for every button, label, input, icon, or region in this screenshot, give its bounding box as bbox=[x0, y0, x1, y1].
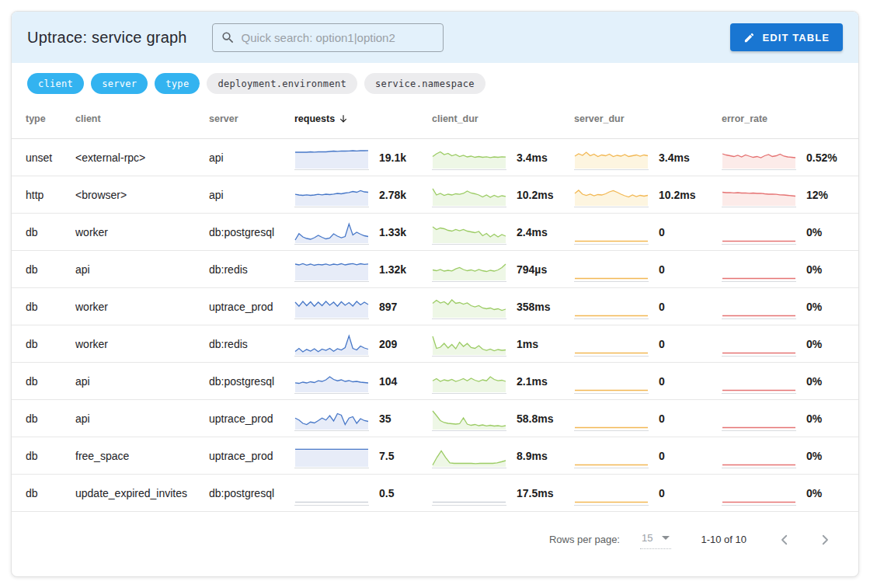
server-dur-sparkline bbox=[574, 220, 649, 245]
requests-value: 19.1k bbox=[379, 151, 406, 164]
server-dur-sparkline bbox=[574, 183, 649, 207]
cell-server: uptrace_prod bbox=[209, 301, 294, 313]
column-header-server[interactable]: server bbox=[209, 113, 294, 124]
cell-server-dur: 0 bbox=[574, 444, 722, 468]
server-dur-value: 0 bbox=[659, 487, 665, 499]
requests-sparkline bbox=[294, 145, 369, 170]
table-row[interactable]: dbworkerdb:redis2091ms00% bbox=[12, 325, 858, 363]
column-header-requests[interactable]: requests bbox=[294, 113, 432, 124]
cell-type: db bbox=[26, 450, 75, 462]
requests-sparkline bbox=[294, 369, 369, 394]
cell-error-rate: 0% bbox=[722, 332, 844, 357]
quick-search-box bbox=[212, 23, 444, 52]
cell-server: db:redis bbox=[209, 263, 294, 276]
table-row[interactable]: dbupdate_expired_invitesdb:postgresql0.5… bbox=[12, 475, 858, 512]
table-row[interactable]: dbapiuptrace_prod3558.8ms00% bbox=[12, 400, 858, 437]
cell-server-dur: 0 bbox=[574, 369, 722, 394]
table-row[interactable]: dbapidb:redis1.32k794µs00% bbox=[12, 251, 858, 288]
server-dur-sparkline bbox=[574, 444, 649, 468]
client-dur-value: 17.5ms bbox=[517, 487, 553, 499]
cell-error-rate: 0% bbox=[722, 369, 844, 394]
cell-server: api bbox=[209, 189, 294, 201]
dropdown-caret-icon bbox=[662, 536, 670, 540]
cell-error-rate: 0% bbox=[722, 294, 844, 319]
table-row[interactable]: dbapidb:postgresql1042.1ms00% bbox=[12, 363, 858, 400]
cell-requests: 7.5 bbox=[294, 444, 432, 468]
cell-client-dur: 10.2ms bbox=[432, 183, 574, 207]
cell-requests: 35 bbox=[294, 406, 432, 431]
chip-deployment-environment[interactable]: deployment.environment bbox=[207, 73, 357, 94]
cell-server: uptrace_prod bbox=[209, 450, 294, 462]
column-header-server-dur[interactable]: server_dur bbox=[574, 113, 722, 124]
server-dur-value: 0 bbox=[659, 412, 665, 425]
requests-value: 0.5 bbox=[379, 487, 394, 499]
quick-search-input[interactable] bbox=[242, 31, 435, 44]
cell-requests: 104 bbox=[294, 369, 432, 394]
cell-error-rate: 0% bbox=[722, 220, 844, 245]
cell-error-rate: 0% bbox=[722, 481, 844, 506]
cell-client-dur: 2.4ms bbox=[432, 220, 574, 245]
chip-client[interactable]: client bbox=[27, 73, 84, 94]
column-header-client[interactable]: client bbox=[75, 113, 209, 124]
chip-server[interactable]: server bbox=[91, 73, 148, 94]
rows-per-page-select[interactable]: 15 bbox=[640, 531, 671, 549]
table-row[interactable]: dbfree_spaceuptrace_prod7.58.9ms00% bbox=[12, 437, 858, 475]
error-rate-value: 0.52% bbox=[806, 151, 837, 164]
requests-value: 2.78k bbox=[379, 189, 406, 201]
cell-requests: 2.78k bbox=[294, 183, 432, 207]
client-dur-sparkline bbox=[432, 294, 506, 319]
cell-type: http bbox=[26, 189, 75, 201]
rows-per-page-label: Rows per page: bbox=[549, 534, 620, 545]
cell-client-dur: 3.4ms bbox=[432, 145, 574, 170]
chip-service-namespace[interactable]: service.namespace bbox=[364, 73, 485, 94]
column-header-type[interactable]: type bbox=[26, 113, 75, 124]
search-icon bbox=[221, 30, 235, 45]
column-header-client-dur[interactable]: client_dur bbox=[432, 113, 574, 124]
cell-error-rate: 12% bbox=[722, 183, 844, 207]
requests-value: 35 bbox=[379, 412, 392, 425]
cell-server-dur: 3.4ms bbox=[574, 145, 722, 170]
cell-client: api bbox=[75, 263, 209, 276]
client-dur-value: 8.9ms bbox=[517, 450, 548, 462]
cell-client-dur: 58.8ms bbox=[432, 406, 574, 431]
error-rate-sparkline bbox=[722, 481, 796, 506]
table-row[interactable]: unset<external-rpc>api19.1k3.4ms3.4ms0.5… bbox=[12, 139, 858, 176]
table-row[interactable]: dbworkerdb:postgresql1.33k2.4ms00% bbox=[12, 214, 858, 251]
edit-table-label: EDIT TABLE bbox=[762, 32, 830, 43]
cell-server-dur: 0 bbox=[574, 406, 722, 431]
client-dur-value: 10.2ms bbox=[517, 189, 553, 201]
server-dur-sparkline bbox=[574, 294, 649, 319]
client-dur-value: 3.4ms bbox=[517, 151, 548, 164]
page-title: Uptrace: service graph bbox=[27, 29, 187, 47]
client-dur-value: 58.8ms bbox=[517, 412, 553, 425]
cell-server: db:postgresql bbox=[209, 226, 294, 238]
chip-type[interactable]: type bbox=[155, 73, 200, 94]
next-page-button[interactable] bbox=[813, 528, 837, 551]
edit-table-button[interactable]: EDIT TABLE bbox=[730, 23, 843, 51]
cell-server-dur: 0 bbox=[574, 294, 722, 319]
cell-requests: 0.5 bbox=[294, 481, 432, 506]
client-dur-value: 1ms bbox=[517, 338, 538, 350]
client-dur-sparkline bbox=[432, 481, 506, 506]
requests-sparkline bbox=[294, 481, 369, 506]
error-rate-value: 0% bbox=[806, 338, 822, 350]
client-dur-value: 794µs bbox=[517, 263, 547, 276]
cell-requests: 897 bbox=[294, 294, 432, 319]
cell-error-rate: 0.52% bbox=[722, 145, 844, 170]
cell-error-rate: 0% bbox=[722, 406, 844, 431]
error-rate-sparkline bbox=[722, 332, 796, 357]
cell-client-dur: 8.9ms bbox=[432, 444, 574, 468]
cell-client-dur: 358ms bbox=[432, 294, 574, 319]
cell-client: worker bbox=[75, 301, 209, 313]
cell-requests: 19.1k bbox=[294, 145, 432, 170]
grouping-chips: clientservertypedeployment.environmentse… bbox=[12, 63, 858, 99]
chevron-left-icon bbox=[778, 533, 792, 547]
previous-page-button[interactable] bbox=[773, 528, 796, 551]
cell-type: db bbox=[26, 263, 75, 276]
column-header-error-rate[interactable]: error_rate bbox=[722, 113, 844, 124]
requests-sparkline bbox=[294, 332, 369, 357]
error-rate-value: 0% bbox=[806, 412, 822, 425]
error-rate-value: 12% bbox=[806, 189, 828, 201]
table-row[interactable]: http<browser>api2.78k10.2ms10.2ms12% bbox=[12, 176, 858, 214]
table-row[interactable]: dbworkeruptrace_prod897358ms00% bbox=[12, 288, 858, 325]
